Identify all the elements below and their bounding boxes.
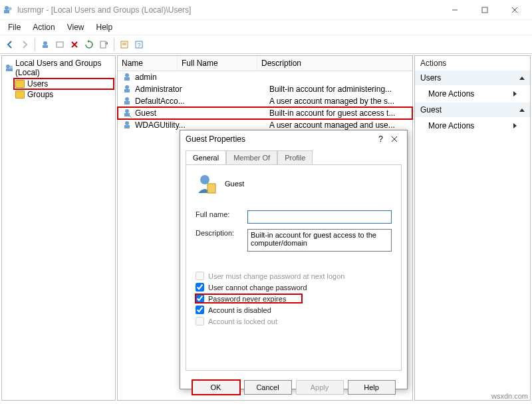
help-button[interactable]: Help [348, 380, 396, 395]
svg-rect-1 [4, 10, 9, 13]
cell-description: Built-in account for guest access t... [268, 108, 412, 118]
actions-guest-label: Guest [420, 105, 442, 114]
col-fullname[interactable]: Full Name [178, 56, 257, 71]
close-button[interactable] [499, 1, 529, 19]
folder-icon [15, 91, 25, 99]
cell-description: A user account managed by the s... [268, 96, 412, 106]
svg-point-18 [6, 65, 10, 69]
collapse-icon [519, 77, 525, 80]
actions-users-label: Users [420, 73, 441, 83]
properties-icon[interactable] [117, 37, 132, 52]
svg-point-27 [125, 109, 129, 113]
actions-section-users[interactable]: Users [415, 71, 530, 85]
chk-label: Account is disabled [208, 306, 271, 314]
delete-icon[interactable] [67, 37, 82, 52]
tree-panel: Local Users and Groups (Local) Users Gro… [1, 55, 116, 401]
maximize-button[interactable] [469, 1, 499, 19]
chk-locked-out: Account is locked out [196, 317, 392, 325]
svg-rect-4 [482, 7, 487, 13]
fullname-label: Full name: [196, 210, 247, 218]
svg-rect-12 [100, 41, 106, 48]
tab-member-of[interactable]: Member Of [226, 150, 277, 164]
chk-never-expires[interactable]: Password never expires [196, 294, 302, 303]
list-row[interactable]: admin [118, 71, 412, 83]
user-icon [122, 108, 132, 118]
view-console-icon[interactable] [53, 37, 67, 52]
minimize-button[interactable] [440, 1, 469, 19]
more-actions-guest[interactable]: More Actions [415, 117, 530, 134]
svg-rect-9 [57, 42, 63, 47]
svg-rect-24 [124, 89, 130, 93]
cell-fullname [188, 120, 268, 130]
checkbox[interactable] [196, 283, 204, 292]
svg-rect-30 [124, 125, 130, 128]
export-icon[interactable] [96, 37, 111, 52]
list-row[interactable]: AdministratorBuilt-in account for admini… [118, 83, 412, 95]
tree-root-label: Local Users and Groups (Local) [15, 59, 112, 77]
tree-users-label: Users [27, 79, 48, 89]
chk-label: User cannot change password [208, 284, 307, 292]
menu-view[interactable]: View [62, 21, 90, 33]
cancel-button[interactable]: Cancel [244, 380, 292, 395]
dialog-titlebar: Guest Properties ? [180, 130, 407, 148]
ok-button[interactable]: OK [192, 380, 240, 395]
help-icon[interactable]: ? [132, 37, 146, 52]
chk-disabled[interactable]: Account is disabled [196, 305, 392, 314]
description-input[interactable] [247, 229, 392, 252]
cell-description: Built-in account for administering... [268, 84, 412, 95]
description-label: Description: [196, 229, 247, 237]
apply-button[interactable]: Apply [296, 380, 344, 395]
cell-description [268, 72, 412, 83]
user-icon [122, 120, 132, 130]
checkbox[interactable] [196, 294, 204, 303]
title-bar: lusrmgr - [Local Users and Groups (Local… [0, 0, 532, 20]
cell-name: admin [134, 72, 188, 83]
forward-button[interactable] [17, 37, 32, 52]
fullname-input[interactable] [247, 210, 392, 224]
back-button[interactable] [3, 37, 17, 52]
app-icon [3, 5, 13, 15]
user-icon [196, 173, 217, 194]
collapse-icon [519, 108, 525, 112]
new-user-icon[interactable] [38, 37, 53, 52]
tree-groups[interactable]: Groups [14, 89, 114, 100]
svg-point-25 [125, 97, 129, 101]
list-row[interactable]: DefaultAcco...A user account managed by … [118, 95, 412, 107]
tree-root[interactable]: Local Users and Groups (Local) [3, 57, 114, 79]
col-name[interactable]: Name [118, 56, 178, 71]
svg-point-19 [10, 66, 13, 69]
svg-rect-22 [124, 77, 130, 81]
tab-body: Guest Full name: Description: User must … [186, 164, 402, 371]
user-icon [122, 84, 132, 95]
menu-file[interactable]: File [3, 21, 26, 33]
dialog-close-button[interactable] [387, 136, 402, 142]
svg-point-2 [9, 7, 12, 10]
tree-users[interactable]: Users [14, 79, 114, 89]
menu-action[interactable]: Action [27, 21, 60, 33]
chk-cannot-change[interactable]: User cannot change password [196, 283, 392, 292]
more-actions-users[interactable]: More Actions [415, 85, 530, 102]
window-title: lusrmgr - [Local Users and Groups (Local… [17, 5, 440, 15]
dialog-title: Guest Properties [186, 134, 374, 144]
cell-name: DefaultAcco... [134, 96, 188, 106]
menu-help[interactable]: Help [91, 21, 118, 33]
svg-rect-20 [6, 69, 13, 71]
actions-section-guest[interactable]: Guest [415, 102, 530, 117]
tab-profile[interactable]: Profile [277, 150, 313, 164]
svg-point-29 [125, 121, 129, 125]
checkbox[interactable] [196, 305, 204, 314]
col-description[interactable]: Description [257, 56, 412, 71]
list-row[interactable]: GuestBuilt-in account for guest access t… [118, 107, 412, 119]
dialog-help-button[interactable]: ? [374, 134, 387, 144]
svg-point-21 [125, 73, 129, 77]
users-groups-icon [5, 63, 13, 73]
svg-point-33 [200, 175, 209, 184]
tab-general[interactable]: General [186, 150, 226, 164]
list-header: Name Full Name Description [118, 56, 412, 71]
cell-fullname [188, 84, 268, 95]
chk-must-change: User must change password at next logon [196, 272, 392, 280]
properties-dialog: Guest Properties ? General Member Of Pro… [180, 130, 408, 389]
folder-icon [15, 80, 25, 88]
refresh-icon[interactable] [82, 37, 96, 52]
tree-groups-label: Groups [27, 90, 53, 99]
